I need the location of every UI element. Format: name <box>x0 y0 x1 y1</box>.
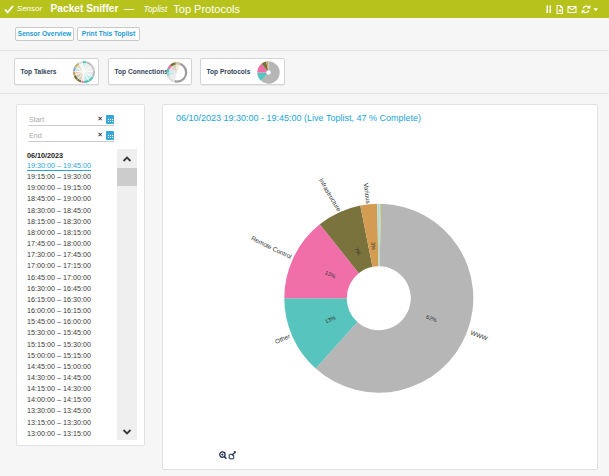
svg-text:3%: 3% <box>370 242 377 251</box>
svg-text:Various: Various <box>363 183 372 205</box>
svg-text:WWW: WWW <box>470 329 489 342</box>
svg-text:Other: Other <box>274 332 291 345</box>
svg-text:Infrastructure: Infrastructure <box>318 177 343 213</box>
svg-text:Remote Control: Remote Control <box>250 234 293 259</box>
